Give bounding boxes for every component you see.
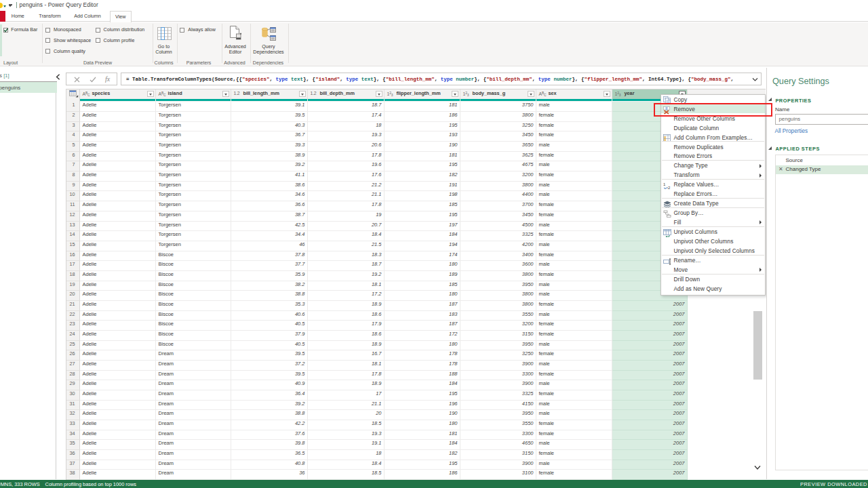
svg-text:1: 1 — [663, 182, 666, 186]
